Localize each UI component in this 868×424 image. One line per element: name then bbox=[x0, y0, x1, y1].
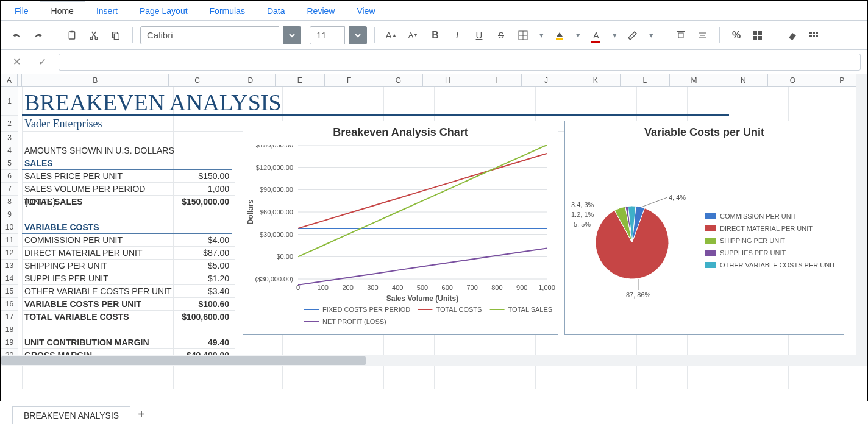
fill-color-button[interactable] bbox=[550, 26, 569, 44]
cell[interactable]: SALES PRICE PER UNIT bbox=[22, 170, 177, 183]
underline-button[interactable]: U bbox=[470, 26, 488, 44]
cell[interactable]: TOTAL VARIABLE COSTS bbox=[22, 311, 177, 323]
col-header[interactable]: F bbox=[325, 74, 374, 86]
col-header[interactable]: J bbox=[522, 74, 571, 86]
accept-formula-button[interactable]: ✓ bbox=[33, 53, 51, 71]
menu-review[interactable]: Review bbox=[296, 1, 346, 20]
cell[interactable]: $3.40 bbox=[177, 285, 235, 298]
row-header[interactable]: 4 bbox=[1, 144, 18, 157]
col-header[interactable]: L bbox=[621, 74, 670, 86]
borders-dropdown[interactable]: ▾ bbox=[536, 26, 547, 44]
font-dropdown-button[interactable] bbox=[283, 26, 301, 44]
bold-button[interactable]: B bbox=[426, 26, 444, 44]
spreadsheet-grid[interactable]: B C D E F G H I J K L M N O P A 1 2 3 4 … bbox=[1, 74, 867, 389]
cell[interactable]: COMMISSION PER UNIT bbox=[22, 234, 177, 247]
add-sheet-button[interactable]: + bbox=[130, 408, 152, 424]
font-color-button[interactable]: A bbox=[587, 26, 605, 44]
copy-button[interactable] bbox=[107, 26, 125, 44]
sheet-tab[interactable]: BREAKEVEN ANALYSIS bbox=[12, 406, 130, 424]
col-header[interactable]: I bbox=[472, 74, 522, 86]
cell[interactable]: UNIT CONTRIBUTION MARGIN bbox=[22, 336, 177, 349]
col-header[interactable]: H bbox=[423, 74, 472, 86]
border-color-button[interactable] bbox=[624, 26, 642, 44]
horizontal-scrollbar[interactable] bbox=[1, 355, 856, 366]
cell[interactable]: 1,000 bbox=[177, 183, 235, 196]
formula-input[interactable] bbox=[59, 54, 861, 71]
menu-insert[interactable]: Insert bbox=[85, 1, 129, 20]
chart-variable-pie[interactable]: Variable Costs per Unit 4, 4%87, 86%5, 5… bbox=[564, 121, 844, 335]
fill-color-dropdown[interactable]: ▾ bbox=[572, 26, 583, 44]
cell[interactable]: VARIABLE COSTS PER UNIT bbox=[22, 298, 177, 311]
row-header[interactable]: 6 bbox=[1, 170, 18, 183]
row-header[interactable]: 17 bbox=[1, 311, 18, 323]
cell-sales-hdr[interactable]: SALES bbox=[22, 157, 232, 170]
row-header[interactable]: 14 bbox=[1, 272, 18, 285]
borders-button[interactable] bbox=[514, 26, 532, 44]
cancel-formula-button[interactable]: ✕ bbox=[7, 53, 26, 71]
percent-button[interactable]: % bbox=[727, 26, 745, 44]
chart-breakeven-line[interactable]: Breakeven Analysis Chart ($30,000.00)$0.… bbox=[243, 121, 558, 335]
row-header[interactable]: 12 bbox=[1, 247, 18, 260]
menu-data[interactable]: Data bbox=[256, 1, 296, 20]
redo-button[interactable] bbox=[29, 26, 48, 44]
cell[interactable]: $100.60 bbox=[177, 298, 235, 311]
size-select[interactable]: 11 bbox=[310, 26, 345, 44]
cell[interactable]: OTHER VARIABLE COSTS PER UNIT bbox=[22, 285, 177, 298]
row-header[interactable]: 11 bbox=[1, 234, 18, 247]
row-header[interactable]: 1 bbox=[1, 87, 18, 116]
eraser-button[interactable] bbox=[783, 26, 801, 44]
align-center-button[interactable] bbox=[694, 26, 712, 44]
col-header[interactable]: N bbox=[719, 74, 769, 86]
col-header[interactable]: B bbox=[22, 74, 169, 86]
menu-file[interactable]: File bbox=[4, 1, 40, 20]
cell[interactable]: 49.40 bbox=[177, 336, 235, 349]
cell[interactable]: TOTAL SALES bbox=[22, 196, 177, 208]
cell[interactable]: $1.20 bbox=[177, 272, 235, 285]
row-header[interactable]: 5 bbox=[1, 157, 18, 170]
undo-button[interactable] bbox=[7, 26, 26, 44]
cell[interactable]: $150,000.00 bbox=[177, 196, 235, 208]
col-header[interactable]: A bbox=[1, 74, 18, 86]
cell[interactable]: $4.00 bbox=[177, 234, 235, 247]
row-header[interactable]: 8 bbox=[1, 196, 18, 208]
italic-button[interactable]: I bbox=[448, 26, 466, 44]
font-select[interactable]: Calibri bbox=[140, 26, 279, 44]
filter-button[interactable] bbox=[805, 26, 823, 44]
strikethrough-button[interactable]: S bbox=[492, 26, 510, 44]
col-header[interactable]: G bbox=[374, 74, 424, 86]
paste-button[interactable] bbox=[63, 26, 81, 44]
row-header[interactable]: 10 bbox=[1, 221, 18, 234]
cell[interactable]: $100,600.00 bbox=[177, 311, 235, 323]
cell-title[interactable]: BREAKEVEN ANALYSIS bbox=[22, 87, 729, 116]
menu-home[interactable]: Home bbox=[40, 1, 85, 20]
row-header[interactable]: 18 bbox=[1, 323, 18, 336]
col-header[interactable]: O bbox=[768, 74, 817, 86]
size-dropdown-button[interactable] bbox=[349, 26, 367, 44]
cell[interactable]: SHIPPING PER UNIT bbox=[22, 260, 177, 272]
row-header[interactable]: 7 bbox=[1, 183, 18, 196]
menu-pagelayout[interactable]: Page Layout bbox=[129, 1, 199, 20]
row-header[interactable]: 9 bbox=[1, 208, 18, 221]
col-header[interactable]: D bbox=[226, 74, 276, 86]
border-color-dropdown[interactable]: ▾ bbox=[646, 26, 656, 44]
cell[interactable]: SALES VOLUME PER PERIOD (UNITS) bbox=[22, 183, 177, 196]
cell[interactable]: $87.00 bbox=[177, 247, 235, 260]
row-header[interactable]: 19 bbox=[1, 336, 18, 349]
font-color-dropdown[interactable]: ▾ bbox=[609, 26, 620, 44]
col-header[interactable]: M bbox=[670, 74, 719, 86]
cell[interactable]: SUPPLIES PER UNIT bbox=[22, 272, 177, 285]
row-header[interactable]: 2 bbox=[1, 116, 18, 132]
row-header[interactable]: 15 bbox=[1, 285, 18, 298]
number-format-button[interactable] bbox=[749, 26, 767, 44]
cut-button[interactable] bbox=[85, 26, 103, 44]
vertical-scrollbar[interactable] bbox=[856, 74, 867, 366]
cell[interactable]: $150.00 bbox=[177, 170, 235, 183]
col-header[interactable]: C bbox=[169, 74, 226, 86]
menu-view[interactable]: View bbox=[346, 1, 386, 20]
cell[interactable]: DIRECT MATERIAL PER UNIT bbox=[22, 247, 177, 260]
menu-formulas[interactable]: Formulas bbox=[199, 1, 256, 20]
col-header[interactable]: E bbox=[276, 74, 325, 86]
row-header[interactable]: 16 bbox=[1, 298, 18, 311]
increase-font-button[interactable]: A▲ bbox=[382, 26, 400, 44]
row-header[interactable]: 13 bbox=[1, 260, 18, 272]
